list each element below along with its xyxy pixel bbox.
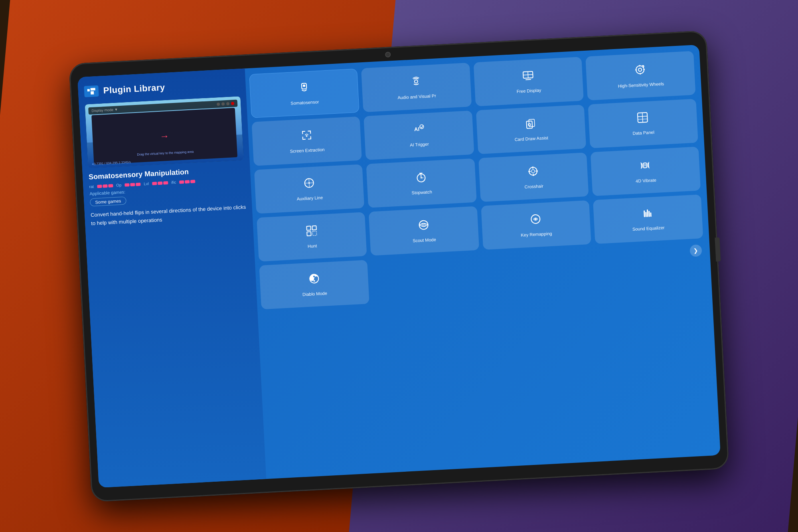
rat-dot-3 <box>108 184 113 187</box>
hunt-icon <box>305 224 318 240</box>
plugin-card-auxiliary-line[interactable]: Auxiliary Line <box>254 164 365 214</box>
lvl-dot-3 <box>163 181 168 184</box>
4d-vibrate-label: 4D Vibrate <box>636 177 656 184</box>
screen-extraction-label: Screen Extraction <box>290 146 324 154</box>
plugin-card-key-remapping[interactable]: Key Remapping <box>481 200 591 249</box>
scout-mode-label: Scout Mode <box>413 237 436 243</box>
svg-point-7 <box>638 68 642 71</box>
svg-line-22 <box>642 113 643 122</box>
plugin-card-hunt[interactable]: Hunt <box>257 212 367 261</box>
svg-rect-43 <box>306 226 311 230</box>
stopwatch-label: Stopwatch <box>411 189 432 196</box>
plugin-card-4d-vibrate[interactable]: 4D Vibrate <box>590 146 701 196</box>
diablo-mode-icon <box>307 272 321 288</box>
stopwatch-icon <box>414 170 428 187</box>
svg-line-55 <box>649 212 650 216</box>
op-dot-1 <box>124 183 129 186</box>
ific-dots <box>179 179 195 183</box>
rat-dot-1 <box>97 184 102 188</box>
ific-dot-1 <box>179 180 184 184</box>
lvl-dot-1 <box>152 181 157 185</box>
key-remapping-label: Key Remapping <box>521 231 552 238</box>
ai-trigger-icon: AI <box>412 123 425 139</box>
op-dots <box>124 182 140 186</box>
scout-mode-icon <box>417 218 431 235</box>
free-display-label: Free Display <box>516 87 541 95</box>
data-panel-icon <box>636 111 650 127</box>
svg-line-5 <box>528 71 528 78</box>
preview-title: Display mode ▼ <box>91 107 118 113</box>
card-draw-icon <box>524 117 537 133</box>
svg-rect-44 <box>312 226 316 230</box>
crosshair-label: Crosshair <box>524 183 543 190</box>
rat-dot-2 <box>103 184 107 188</box>
svg-line-54 <box>648 210 648 216</box>
plugin-card-screen-extraction[interactable]: Screen Extraction <box>252 116 362 166</box>
plugin-card-sound-equalizer[interactable]: Sound Equalizer <box>593 194 703 244</box>
svg-rect-17 <box>527 121 533 129</box>
op-dot-3 <box>136 182 140 186</box>
svg-point-14 <box>306 135 307 136</box>
plugin-card-audio-visual[interactable]: Audio and Visual Pr <box>361 63 472 112</box>
games-tag[interactable]: Some games <box>90 196 126 206</box>
right-panel[interactable]: Somatosensor Audio and Visual Pr <box>245 44 721 479</box>
rat-label: rat <box>89 184 94 189</box>
svg-point-1 <box>303 85 305 87</box>
preview-controls <box>217 102 234 106</box>
high-sensitivity-icon: + <box>634 63 647 79</box>
svg-point-49 <box>423 224 424 225</box>
ctrl-dot-1 <box>217 102 220 105</box>
svg-rect-45 <box>307 231 311 236</box>
svg-rect-46 <box>312 231 317 236</box>
audio-visual-label: Audio and Visual Pr <box>397 93 436 100</box>
ai-trigger-label: AI Trigger <box>410 141 429 148</box>
lvl-dot-2 <box>158 181 162 185</box>
page-title: Plugin Library <box>103 82 165 96</box>
plugin-card-free-display[interactable]: Free Display <box>473 57 584 106</box>
plugin-card-scout-mode[interactable]: Scout Mode <box>369 206 479 255</box>
ctrl-dot-close <box>231 102 234 105</box>
ific-dot-3 <box>190 179 195 183</box>
audio-visual-icon <box>409 75 423 91</box>
plugin-card-crosshair[interactable]: Crosshair <box>478 152 589 202</box>
op-label: Op <box>116 183 122 188</box>
svg-text:+: + <box>642 65 644 67</box>
svg-point-35 <box>531 170 535 173</box>
preview-area: Display mode ▼ → Drag the virtual key to… <box>85 96 244 168</box>
plugin-card-data-panel[interactable]: Data Panel <box>588 99 698 148</box>
ific-label: ific <box>171 180 176 184</box>
plugin-card-diablo-mode[interactable]: Diablo Mode <box>259 260 369 309</box>
plugin-card-somatosensor[interactable]: Somatosensor <box>249 68 359 118</box>
key-remapping-icon <box>529 212 543 229</box>
plugin-card-stopwatch[interactable]: Stopwatch <box>366 158 477 208</box>
plugin-card-ai-trigger[interactable]: AI AI Trigger <box>363 110 474 160</box>
screen-extraction-icon <box>300 129 313 145</box>
plugin-card-card-draw[interactable]: Card Draw Assist <box>476 105 586 154</box>
high-sensitivity-label: High-Sensitivity Wheels <box>618 81 664 89</box>
crosshair-icon <box>526 164 540 181</box>
tablet-device: Plugin Library Display mode ▼ <box>69 30 729 502</box>
op-dot-2 <box>130 182 135 186</box>
tablet-screen: Plugin Library Display mode ▼ <box>77 44 721 487</box>
svg-point-19 <box>528 123 531 126</box>
svg-line-27 <box>309 178 309 187</box>
rat-dots <box>97 184 113 188</box>
somatosensor-icon <box>297 81 311 97</box>
preview-drag-text: Drag the virtual key to the mapping area <box>137 150 194 156</box>
app-logo <box>84 85 99 97</box>
auxiliary-line-label: Auxiliary Line <box>296 195 323 202</box>
svg-rect-40 <box>644 163 647 168</box>
camera <box>385 51 391 57</box>
free-display-icon <box>521 69 535 85</box>
plugin-card-high-sensitivity[interactable]: + High-Sensitivity Wheels <box>585 51 696 100</box>
header-bar: Plugin Library <box>84 75 240 100</box>
svg-line-52 <box>644 211 645 216</box>
data-panel-label: Data Panel <box>632 129 654 136</box>
lvl-dots <box>152 181 168 185</box>
sound-equalizer-label: Sound Equalizer <box>632 225 665 232</box>
lvl-label: Lvl <box>144 181 149 186</box>
plugin-description: Convert hand-held flips in several direc… <box>91 203 247 227</box>
svg-point-2 <box>415 80 418 83</box>
somatosensor-label: Somatosensor <box>290 99 319 106</box>
svg-line-53 <box>646 212 646 216</box>
